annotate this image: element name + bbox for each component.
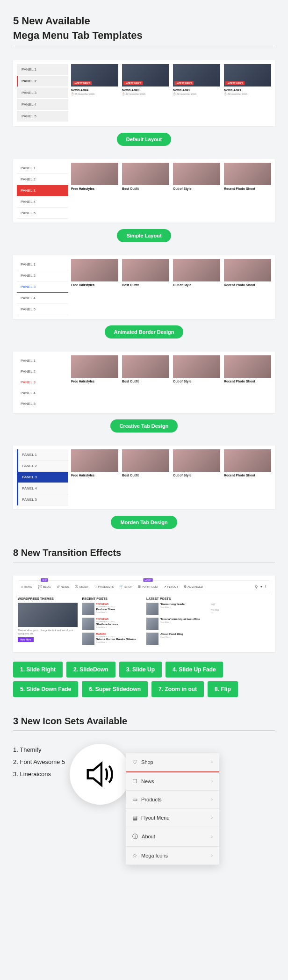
panel-tab[interactable]: PANEL 3 — [17, 185, 68, 196]
panel-tab[interactable]: PANEL 2 — [18, 461, 68, 472]
content-card[interactable]: Free Hairstyles — [71, 163, 118, 219]
content-card[interactable]: LATEST NEWSNews Ad#2⌚ 29 November 2016 — [173, 64, 220, 122]
panel-tab[interactable]: PANEL 4 — [17, 99, 68, 110]
panel-tab[interactable]: PANEL 5 — [17, 304, 68, 315]
post-title: 'Moana' wins big at box office — [160, 618, 200, 621]
content-card[interactable]: Best Outfit — [122, 163, 169, 219]
card-image — [122, 449, 169, 472]
card-image: LATEST NEWS — [71, 64, 118, 86]
content-card[interactable]: Out of Style — [173, 163, 220, 219]
nav-item[interactable]: 🗞NEWS — [54, 581, 72, 592]
panel-tab[interactable]: PANEL 3 — [18, 472, 68, 483]
card-image: LATEST NEWS — [224, 64, 271, 86]
content-card[interactable]: Best Outfit — [122, 449, 169, 505]
content-card[interactable]: Free Hairstyles — [71, 259, 118, 315]
recent-post[interactable]: TOP NEWSNOVEMBER 30, 2015Fashion ShowRea… — [82, 603, 142, 615]
content-card[interactable]: Free Hairstyles — [71, 355, 118, 409]
nav-item[interactable]: 🛒SHOP — [116, 581, 135, 592]
card-image — [224, 259, 271, 281]
panel-tab[interactable]: PANEL 5 — [18, 494, 68, 505]
nav-item[interactable]: ⌂HOME — [18, 581, 35, 592]
panel-tab[interactable]: PANEL 5 — [17, 111, 68, 122]
social-icon[interactable]: Q — [255, 585, 257, 588]
nav-item[interactable]: 💬BLOGNEW — [35, 581, 54, 592]
icon-menu-item[interactable]: ⓘAbout› — [126, 827, 219, 847]
view-more-button[interactable]: View More — [18, 637, 34, 642]
content-card[interactable]: Recent Photo Shoot — [224, 449, 271, 505]
card-title: Recent Photo Shoot — [224, 380, 271, 383]
divider — [13, 47, 275, 47]
divider — [13, 730, 275, 731]
view-more-link[interactable]: View More » — [160, 606, 186, 608]
nav-item[interactable]: ↗FLYOUT — [161, 581, 181, 592]
panel-tab[interactable]: PANEL 3 — [17, 87, 68, 98]
panel-tab[interactable]: PANEL 1 — [17, 355, 68, 366]
icon-menu-item[interactable]: ▤Flyout Menu› — [126, 809, 219, 827]
panel-tab[interactable]: PANEL 5 — [17, 398, 68, 409]
card-image — [122, 259, 169, 281]
nav-item[interactable]: ⚙ADVANCED — [181, 581, 206, 592]
panel-tab[interactable]: PANEL 4 — [17, 293, 68, 304]
nav-icon: 🛒 — [119, 585, 123, 589]
panel-tab[interactable]: PANEL 2 — [17, 366, 68, 377]
panel-tab[interactable]: PANEL 3 — [17, 281, 68, 293]
nav-item[interactable]: ⊞PORTFOLIOLATEST — [135, 581, 161, 592]
nav-item[interactable]: ⓘABOUT — [72, 581, 92, 593]
panel-tab[interactable]: PANEL 2 — [17, 174, 68, 185]
view-more-link[interactable]: Read More » — [160, 636, 183, 638]
card-title: Recent Photo Shoot — [224, 474, 271, 477]
recent-post[interactable]: MATURENOVEMBER 24, 2015Selena Gomez Brea… — [82, 633, 142, 645]
content-card[interactable]: Best Outfit — [122, 355, 169, 409]
post-title: Selena Gomez Breaks Silence — [96, 638, 136, 641]
recent-post[interactable]: TOP NEWSNOVEMBER 24, 2015Shailene In tea… — [82, 618, 142, 630]
read-more-link[interactable]: Read More » — [96, 626, 119, 628]
content-card[interactable]: Out of Style — [173, 449, 220, 505]
panel-tab[interactable]: PANEL 1 — [17, 163, 68, 174]
panel-tab[interactable]: PANEL 1 — [18, 449, 68, 461]
panel-tab[interactable]: PANEL 4 — [17, 388, 68, 398]
card-title: Best Outfit — [122, 474, 169, 477]
wp-text: Themes allow you to change the look and … — [18, 629, 78, 635]
latest-post[interactable]: 'Hamstrung' leaderView More » — [146, 603, 206, 615]
content-card[interactable]: Out of Style — [173, 355, 220, 409]
panel-tab[interactable]: PANEL 1 — [17, 259, 68, 270]
effect-pill: 1. Slide Right — [13, 662, 63, 677]
panel-tab[interactable]: PANEL 4 — [17, 196, 68, 208]
nav-item[interactable]: ♡PRODUCTS — [92, 581, 117, 592]
view-more-link[interactable]: View More » — [160, 621, 200, 623]
icon-menu-item[interactable]: ♡Shop› — [126, 753, 219, 771]
social-icon[interactable]: ♥ — [260, 585, 262, 588]
read-more-link[interactable]: Read More » — [96, 641, 136, 643]
panel-tab[interactable]: PANEL 5 — [17, 208, 68, 219]
panel-tab[interactable]: PANEL 4 — [18, 483, 68, 494]
nav-icon: ⊞ — [138, 585, 141, 589]
content-card[interactable]: Out of Style — [173, 259, 220, 315]
content-card[interactable]: LATEST NEWSNews Ad#3⌚ 29 November 2016 — [122, 64, 169, 122]
post-image — [82, 633, 94, 645]
content-card[interactable]: Recent Photo Shoot — [224, 355, 271, 409]
content-card[interactable]: LATEST NEWSNews Ad#1⌚ 29 November 2016 — [224, 64, 271, 122]
panel-tab[interactable]: PANEL 2 — [17, 270, 68, 281]
nav-icon: ♡ — [94, 585, 97, 589]
latest-post[interactable]: 'Moana' wins big at box officeView More … — [146, 618, 206, 630]
content-card[interactable]: Best Outfit — [122, 259, 169, 315]
content-card[interactable]: Recent Photo Shoot — [224, 163, 271, 219]
icon-menu-item[interactable]: ☐News› — [126, 771, 219, 791]
panel-tab[interactable]: PANEL 1 — [17, 64, 68, 75]
news-badge: LATEST NEWS — [72, 81, 92, 85]
panel-tab[interactable]: PANEL 2 — [17, 76, 68, 86]
icon-menu-item[interactable]: ▭Products› — [126, 791, 219, 809]
panel-tab[interactable]: PANEL 3 — [17, 377, 68, 388]
card-title: News Ad#2 — [173, 88, 220, 92]
layout-label-pill: Creative Tab Design — [110, 419, 178, 432]
read-more-link[interactable]: Read More » — [96, 611, 115, 613]
card-image — [122, 163, 169, 185]
content-card[interactable]: Free Hairstyles — [71, 449, 118, 505]
latest-post[interactable]: About Food BlogRead More » — [146, 633, 206, 645]
social-icon[interactable]: f — [265, 585, 266, 588]
effect-pill: 3. Slide Up — [119, 662, 162, 677]
content-card[interactable]: Recent Photo Shoot — [224, 259, 271, 315]
content-card[interactable]: LATEST NEWSNews Ad#4⌚ 08 Desember 2016 — [71, 64, 118, 122]
icon-menu-item[interactable]: ☆Mega Icons› — [126, 847, 219, 865]
nav-icon: 💬 — [38, 585, 42, 589]
